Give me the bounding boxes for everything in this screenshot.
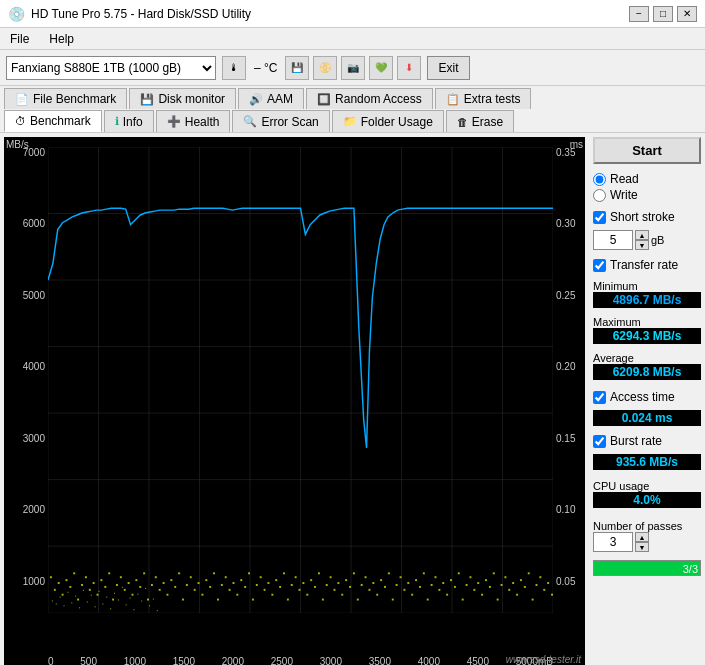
passes-spinner[interactable]: ▲ ▼ [635, 532, 649, 552]
minimum-value: 4896.7 MB/s [593, 292, 701, 308]
svg-rect-117 [427, 599, 429, 601]
svg-rect-175 [149, 605, 150, 606]
short-stroke-input[interactable] [593, 230, 633, 250]
hdd-icon2[interactable]: 📀 [313, 56, 337, 80]
svg-rect-36 [112, 599, 114, 601]
svg-rect-155 [71, 602, 72, 603]
svg-rect-24 [65, 579, 67, 581]
svg-rect-65 [225, 576, 227, 578]
svg-rect-164 [106, 597, 107, 598]
tab-error-scan[interactable]: 🔍Error Scan [232, 110, 329, 132]
health-icon[interactable]: 💚 [369, 56, 393, 80]
svg-rect-161 [95, 606, 96, 607]
tab-info[interactable]: ℹInfo [104, 110, 154, 132]
passes-input[interactable] [593, 532, 633, 552]
svg-rect-166 [114, 593, 115, 594]
stroke-decrement[interactable]: ▼ [635, 240, 649, 250]
right-panel: Start Read Write Short stroke ▲ ▼ gB Tra… [589, 133, 705, 665]
short-stroke-checkbox-row[interactable]: Short stroke [593, 210, 701, 224]
burst-rate-checkbox-row[interactable]: Burst rate [593, 434, 701, 448]
svg-rect-68 [236, 594, 238, 596]
burst-rate-value: 935.6 MB/s [593, 454, 701, 470]
passes-increment[interactable]: ▲ [635, 532, 649, 542]
read-radio[interactable]: Read [593, 172, 701, 186]
svg-rect-122 [446, 594, 448, 596]
svg-rect-87 [310, 579, 312, 581]
main-content: MB/s ms 7000 6000 5000 4000 3000 2000 10… [0, 133, 705, 665]
short-stroke-spinner[interactable]: ▲ ▼ [635, 230, 649, 250]
download-icon[interactable]: ⬇ [397, 56, 421, 80]
tab-health[interactable]: ➕Health [156, 110, 231, 132]
cpu-usage-section: CPU usage 4.0% [593, 478, 701, 510]
chart-area: MB/s ms 7000 6000 5000 4000 3000 2000 10… [4, 137, 585, 665]
minimum-section: Minimum 4896.7 MB/s [593, 278, 701, 310]
svg-rect-43 [139, 586, 141, 588]
svg-rect-59 [201, 594, 203, 596]
svg-rect-171 [133, 609, 134, 610]
svg-rect-119 [435, 576, 437, 578]
start-button[interactable]: Start [593, 137, 701, 164]
burst-rate-checkbox[interactable] [593, 435, 606, 448]
write-radio[interactable]: Write [593, 188, 701, 202]
svg-rect-138 [508, 589, 510, 591]
svg-rect-110 [400, 576, 402, 578]
hdd-icon1[interactable]: 💾 [285, 56, 309, 80]
passes-decrement[interactable]: ▼ [635, 542, 649, 552]
svg-rect-172 [137, 594, 138, 595]
tab-benchmark[interactable]: ⏱Benchmark [4, 110, 102, 132]
minimize-button[interactable]: − [629, 6, 649, 22]
svg-rect-104 [376, 594, 378, 596]
svg-rect-58 [198, 582, 200, 584]
close-button[interactable]: ✕ [677, 6, 697, 22]
svg-rect-143 [528, 572, 530, 574]
svg-rect-167 [118, 600, 119, 601]
watermark: www.ssd-tester.it [506, 654, 581, 665]
svg-rect-132 [485, 579, 487, 581]
tab-erase[interactable]: 🗑Erase [446, 110, 514, 132]
svg-rect-142 [524, 586, 526, 588]
access-time-checkbox-row[interactable]: Access time [593, 390, 701, 404]
drive-select[interactable]: Fanxiang S880E 1TB (1000 gB) [6, 56, 216, 80]
svg-rect-67 [233, 582, 235, 584]
short-stroke-label: Short stroke [610, 210, 675, 224]
exit-button[interactable]: Exit [427, 56, 469, 80]
svg-rect-137 [504, 576, 506, 578]
transfer-rate-checkbox[interactable] [593, 259, 606, 272]
svg-rect-150 [52, 601, 53, 602]
svg-rect-62 [213, 572, 215, 574]
menu-file[interactable]: File [6, 31, 33, 47]
svg-rect-80 [283, 572, 285, 574]
chart-svg [48, 147, 553, 613]
svg-rect-174 [145, 588, 146, 589]
tab-aam[interactable]: 🔊AAM [238, 88, 304, 109]
average-value: 6209.8 MB/s [593, 364, 701, 380]
tab-folder-usage[interactable]: 📁Folder Usage [332, 110, 444, 132]
stroke-increment[interactable]: ▲ [635, 230, 649, 240]
svg-rect-170 [130, 598, 131, 599]
tab-file-benchmark[interactable]: 📄File Benchmark [4, 88, 127, 109]
svg-rect-113 [411, 594, 413, 596]
svg-rect-154 [67, 592, 68, 593]
menu-help[interactable]: Help [45, 31, 78, 47]
tab-random-access[interactable]: 🔲Random Access [306, 88, 433, 109]
passes-label: Number of passes [593, 520, 701, 532]
svg-rect-73 [256, 584, 258, 586]
short-stroke-checkbox[interactable] [593, 211, 606, 224]
svg-rect-26 [73, 572, 75, 574]
svg-rect-22 [58, 582, 60, 584]
svg-rect-53 [178, 572, 180, 574]
svg-rect-55 [186, 584, 188, 586]
tab-disk-monitor[interactable]: 💾Disk monitor [129, 88, 236, 109]
toolbar: Fanxiang S880E 1TB (1000 gB) 🌡 – °C 💾 📀 … [0, 50, 705, 86]
maximize-button[interactable]: □ [653, 6, 673, 22]
svg-rect-32 [97, 594, 99, 596]
x-axis: 0 500 1000 1500 2000 2500 3000 3500 4000… [48, 656, 553, 665]
tab-extra-tests[interactable]: 📋Extra tests [435, 88, 532, 109]
svg-rect-49 [163, 582, 165, 584]
access-time-checkbox[interactable] [593, 391, 606, 404]
transfer-rate-checkbox-row[interactable]: Transfer rate [593, 258, 701, 272]
camera-icon[interactable]: 📷 [341, 56, 365, 80]
svg-rect-30 [89, 589, 91, 591]
thermometer-icon: 🌡 [222, 56, 246, 80]
svg-rect-100 [361, 584, 363, 586]
